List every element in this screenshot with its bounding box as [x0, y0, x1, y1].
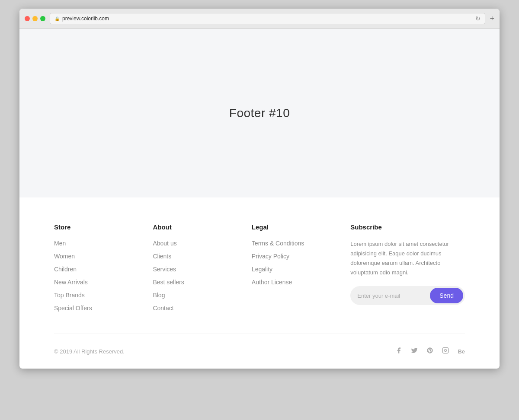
list-item: Clients	[153, 252, 234, 260]
behance-icon[interactable]: Be	[458, 348, 465, 355]
instagram-icon[interactable]	[442, 347, 449, 356]
about-links: About us Clients Services Best sellers B…	[153, 239, 234, 312]
list-item: Men	[54, 239, 135, 247]
browser-dots	[25, 16, 45, 21]
facebook-icon[interactable]	[395, 347, 402, 356]
list-item: Legality	[252, 265, 333, 273]
page-content: Footer #10 Store Men Women Children New …	[19, 29, 500, 369]
list-item: Special Offers	[54, 304, 135, 312]
list-item: Terms & Conditions	[252, 239, 333, 247]
legal-links: Terms & Conditions Privacy Policy Legali…	[252, 239, 333, 286]
legality-link[interactable]: Legality	[252, 266, 272, 273]
legal-heading: Legal	[252, 223, 333, 231]
new-tab-button[interactable]: +	[490, 15, 494, 22]
services-link[interactable]: Services	[153, 266, 176, 273]
send-button[interactable]: Send	[430, 288, 463, 303]
minimize-dot[interactable]	[32, 16, 38, 21]
maximize-dot[interactable]	[40, 16, 45, 21]
footer-divider	[54, 334, 465, 334]
list-item: Author License	[252, 278, 333, 286]
svg-rect-0	[443, 347, 449, 353]
clients-link[interactable]: Clients	[153, 253, 171, 260]
footer: Store Men Women Children New Arrivals To…	[19, 197, 500, 369]
list-item: Top Brands	[54, 291, 135, 299]
best-sellers-link[interactable]: Best sellers	[153, 279, 184, 286]
store-new-arrivals-link[interactable]: New Arrivals	[54, 279, 88, 286]
list-item: Services	[153, 265, 234, 273]
store-special-offers-link[interactable]: Special Offers	[54, 305, 92, 312]
close-dot[interactable]	[25, 16, 30, 21]
url-text: preview.colorlib.com	[62, 16, 109, 22]
list-item: Women	[54, 252, 135, 260]
list-item: Blog	[153, 291, 234, 299]
twitter-icon[interactable]	[411, 347, 418, 356]
subscribe-description: Lorem ipsum dolor sit amet consectetur a…	[350, 239, 465, 277]
store-top-brands-link[interactable]: Top Brands	[54, 292, 85, 299]
about-column: About About us Clients Services Best sel…	[153, 223, 234, 312]
store-men-link[interactable]: Men	[54, 240, 66, 247]
hero-section: Footer #10	[19, 29, 500, 197]
about-heading: About	[153, 223, 234, 231]
list-item: About us	[153, 239, 234, 247]
store-children-link[interactable]: Children	[54, 266, 77, 273]
about-us-link[interactable]: About us	[153, 240, 176, 247]
hero-title: Footer #10	[229, 106, 290, 120]
reload-icon[interactable]: ↻	[475, 15, 481, 22]
store-links: Men Women Children New Arrivals Top Bran…	[54, 239, 135, 312]
address-bar[interactable]: 🔒 preview.colorlib.com ↻	[50, 13, 485, 24]
contact-link[interactable]: Contact	[153, 305, 173, 312]
subscribe-column: Subscribe Lorem ipsum dolor sit amet con…	[350, 223, 465, 312]
legal-column: Legal Terms & Conditions Privacy Policy …	[252, 223, 333, 312]
store-heading: Store	[54, 223, 135, 231]
lock-icon: 🔒	[54, 16, 60, 21]
browser-chrome: 🔒 preview.colorlib.com ↻ +	[19, 9, 500, 29]
list-item: New Arrivals	[54, 278, 135, 286]
email-input[interactable]	[357, 293, 430, 299]
subscribe-heading: Subscribe	[350, 223, 465, 231]
browser-window: 🔒 preview.colorlib.com ↻ + Footer #10 St…	[19, 9, 500, 369]
footer-columns: Store Men Women Children New Arrivals To…	[54, 223, 465, 334]
list-item: Contact	[153, 304, 234, 312]
blog-link[interactable]: Blog	[153, 292, 165, 299]
store-column: Store Men Women Children New Arrivals To…	[54, 223, 135, 312]
pinterest-icon[interactable]	[426, 347, 433, 356]
copyright-text: © 2019 All Rights Reserved.	[54, 348, 125, 355]
store-women-link[interactable]: Women	[54, 253, 75, 260]
list-item: Children	[54, 265, 135, 273]
footer-bottom: © 2019 All Rights Reserved. Be	[54, 347, 465, 369]
subscribe-form: Send	[350, 286, 465, 305]
social-icons: Be	[395, 347, 465, 356]
list-item: Privacy Policy	[252, 252, 333, 260]
privacy-link[interactable]: Privacy Policy	[252, 253, 289, 260]
author-license-link[interactable]: Author License	[252, 279, 292, 286]
list-item: Best sellers	[153, 278, 234, 286]
terms-link[interactable]: Terms & Conditions	[252, 240, 304, 247]
